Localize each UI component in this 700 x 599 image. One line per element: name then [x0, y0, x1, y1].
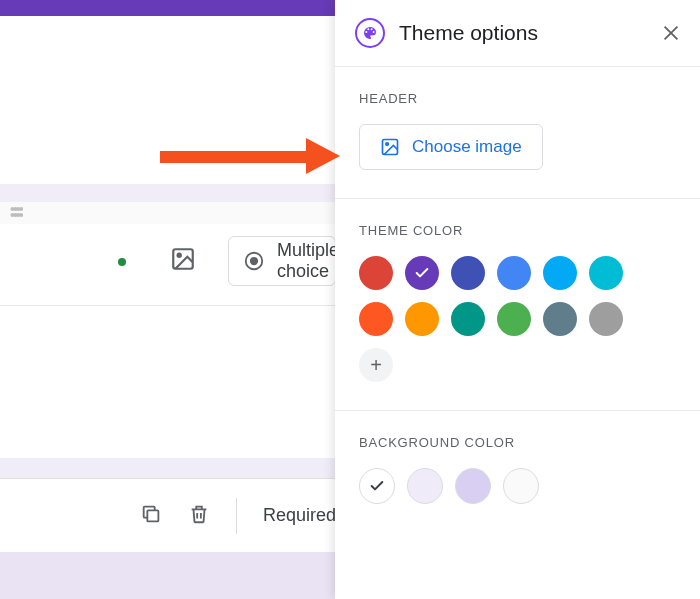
theme-color-swatch[interactable] — [543, 302, 577, 336]
background-color-swatches — [359, 468, 659, 504]
svg-rect-4 — [147, 510, 158, 521]
choose-image-label: Choose image — [412, 137, 522, 157]
background-strip — [0, 184, 336, 202]
required-label: Required — [263, 505, 336, 526]
theme-color-swatches: + — [359, 256, 659, 382]
svg-point-1 — [178, 254, 181, 257]
question-type-selector[interactable]: Multiple choice — [228, 236, 336, 286]
theme-color-section: THEME COLOR + — [335, 199, 700, 411]
panel-header: Theme options — [335, 0, 700, 67]
header-section: HEADER Choose image — [335, 67, 700, 199]
background-color-swatch[interactable] — [359, 468, 395, 504]
section-label-background-color: BACKGROUND COLOR — [359, 435, 676, 450]
theme-color-swatch[interactable] — [543, 256, 577, 290]
theme-color-swatch[interactable] — [451, 302, 485, 336]
background-color-section: BACKGROUND COLOR — [335, 411, 700, 532]
form-accent-bar — [0, 0, 336, 16]
svg-point-8 — [386, 143, 389, 146]
section-label-theme-color: THEME COLOR — [359, 223, 676, 238]
theme-color-swatch[interactable] — [589, 302, 623, 336]
theme-color-swatch[interactable] — [359, 256, 393, 290]
section-label-header: HEADER — [359, 91, 676, 106]
svg-marker-6 — [306, 138, 340, 174]
question-toolbar: Required — [0, 478, 336, 552]
close-icon[interactable] — [660, 22, 682, 44]
theme-options-panel: Theme options HEADER Choose image THEME … — [335, 0, 700, 599]
question-type-label: Multiple choice — [277, 240, 336, 282]
duplicate-icon[interactable] — [140, 503, 162, 529]
theme-color-swatch[interactable] — [497, 302, 531, 336]
radio-icon — [243, 250, 265, 272]
theme-color-swatch[interactable] — [405, 256, 439, 290]
choose-image-button[interactable]: Choose image — [359, 124, 543, 170]
background-color-swatch[interactable] — [455, 468, 491, 504]
theme-color-swatch[interactable] — [405, 302, 439, 336]
theme-color-swatch[interactable] — [589, 256, 623, 290]
palette-icon — [355, 18, 385, 48]
svg-point-3 — [250, 257, 258, 265]
add-image-icon[interactable] — [170, 246, 196, 272]
background-color-swatch[interactable] — [503, 468, 539, 504]
card-body — [0, 306, 336, 458]
delete-icon[interactable] — [188, 503, 210, 529]
theme-color-swatch[interactable] — [497, 256, 531, 290]
background-color-swatch[interactable] — [407, 468, 443, 504]
theme-color-swatch[interactable] — [451, 256, 485, 290]
svg-rect-5 — [160, 151, 308, 163]
form-editor-background: •••••••• Multiple choice Required — [0, 0, 336, 599]
background-strip — [0, 552, 336, 599]
annotation-arrow-icon — [160, 138, 340, 174]
question-drag-area — [0, 202, 336, 224]
input-focus-indicator — [118, 258, 126, 266]
theme-color-swatch[interactable] — [359, 302, 393, 336]
background-strip — [0, 458, 336, 478]
image-icon — [380, 137, 400, 157]
add-custom-color-button[interactable]: + — [359, 348, 393, 382]
toolbar-divider — [236, 498, 237, 534]
panel-title: Theme options — [399, 21, 646, 45]
drag-handle-icon[interactable]: •••••••• — [10, 206, 22, 218]
